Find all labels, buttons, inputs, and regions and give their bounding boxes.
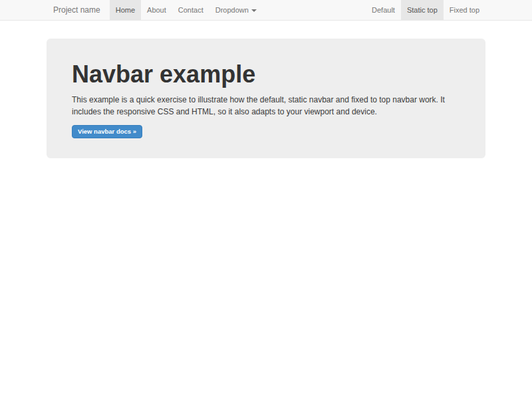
caret-down-icon: [251, 9, 257, 12]
main-container: Navbar example This example is a quick e…: [47, 39, 485, 158]
nav-item-about[interactable]: About: [141, 0, 172, 20]
nav-item-contact[interactable]: Contact: [172, 0, 209, 20]
nav-item-dropdown[interactable]: Dropdown: [209, 0, 263, 20]
nav-item-home[interactable]: Home: [110, 0, 141, 20]
navbar-container: Project name Home About Contact Dropdown…: [47, 0, 485, 20]
jumbotron: Navbar example This example is a quick e…: [47, 39, 485, 158]
navbar-brand[interactable]: Project name: [47, 0, 110, 20]
top-navbar: Project name Home About Contact Dropdown…: [0, 0, 532, 21]
page-description: This example is a quick exercise to illu…: [72, 94, 458, 118]
nav-item-dropdown-label: Dropdown: [215, 6, 249, 14]
view-navbar-docs-button[interactable]: View navbar docs »: [72, 125, 142, 138]
nav-item-default[interactable]: Default: [366, 0, 401, 20]
page-title: Navbar example: [72, 61, 460, 88]
navbar-left-nav: Home About Contact Dropdown: [110, 0, 263, 20]
nav-item-fixed-top[interactable]: Fixed top: [444, 0, 485, 20]
nav-item-static-top[interactable]: Static top: [401, 0, 444, 20]
navbar-right-nav: Default Static top Fixed top: [366, 0, 485, 20]
